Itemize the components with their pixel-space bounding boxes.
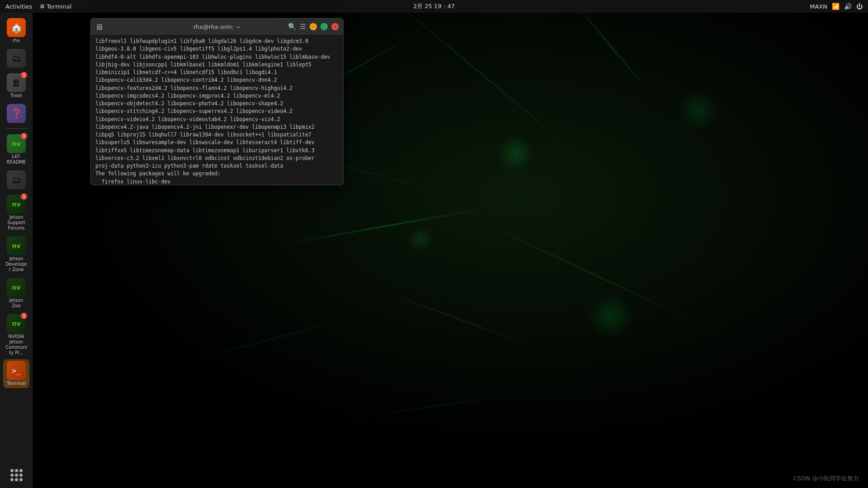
topbar-user: MAXN	[810, 3, 827, 10]
sidebar-label-trash: Trash	[10, 93, 22, 99]
terminal-body[interactable]: libfreexl1 libfwupdplugin1 libfyba0 libg…	[91, 35, 343, 185]
minimize-button[interactable]: ─	[310, 23, 317, 30]
terminal-window: 🖥 rhx@rhx-orin: ~ 🔍 ☰ ─ □ ✕ libfreexl1 l…	[90, 18, 344, 185]
terminal-indicator: 🖥 Terminal	[39, 3, 71, 10]
sidebar-item-help[interactable]: ❓	[3, 102, 29, 125]
search-icon[interactable]: 🔍	[288, 23, 297, 31]
topbar-right: MAXN 📶 🔊 ⏻	[810, 3, 863, 10]
terminal-titlebar-actions: 🔍 ☰ ─ □ ✕	[288, 23, 339, 31]
window-controls: 🖥	[95, 23, 103, 30]
sidebar-item-terminal[interactable]: >_ Terminal	[3, 359, 29, 388]
sidebar-label-community: NVIDIA Jetson Community Pr...	[5, 334, 28, 356]
sidebar-label-terminal: Terminal	[7, 381, 26, 386]
terminal-content: libfreexl1 libfwupdplugin1 libfyba0 libg…	[95, 38, 339, 185]
sidebar-item-jetson-zoo[interactable]: nv Jetson Zoo	[3, 276, 29, 310]
sidebar-item-trash[interactable]: 🗑 1 Trash	[3, 71, 29, 100]
sidebar-label-jetson-dev: Jetson Developer Zone	[5, 256, 28, 272]
sidebar-label-l4t: L4T-README	[5, 154, 28, 165]
sidebar-item-l4t-readme[interactable]: nv 1 L4T-README	[3, 132, 29, 167]
volume-icon[interactable]: 🔊	[844, 3, 852, 10]
watermark: CSDN @小阮同学在努力	[793, 474, 859, 483]
topbar-datetime: 2月 25 19：47	[413, 2, 455, 10]
activities-label[interactable]: Activities	[5, 3, 32, 10]
close-button[interactable]: ✕	[331, 23, 339, 30]
sidebar-item-rhx[interactable]: 🏠 rhx	[3, 16, 29, 45]
terminal-app-icon: 🖥	[95, 23, 103, 30]
sidebar-label-rhx: rhx	[13, 38, 20, 43]
wifi-icon[interactable]: 📶	[832, 3, 840, 10]
terminal-titlebar: 🖥 rhx@rhx-orin: ~ 🔍 ☰ ─ □ ✕	[91, 19, 343, 35]
sidebar-item-files[interactable]: 🗂	[3, 47, 29, 70]
sidebar-item-jetson-support[interactable]: nv 1 Jetson Support Forums	[3, 193, 29, 233]
apps-grid-icon	[10, 469, 23, 481]
community-badge: 1	[21, 313, 27, 319]
sidebar-item-jetson-dev[interactable]: nv Jetson Developer Zone	[3, 235, 29, 274]
jetson-support-badge: 1	[21, 193, 27, 200]
sidebar-label-jetson-support: Jetson Support Forums	[5, 215, 28, 231]
terminal-title: rhx@rhx-orin: ~	[193, 23, 241, 30]
topbar-left: Activities 🖥 Terminal	[5, 3, 71, 10]
apps-grid-button[interactable]	[3, 465, 29, 484]
menu-icon[interactable]: ☰	[300, 23, 306, 31]
sidebar: 🏠 rhx 🗂 🗑 1 Trash ❓ nv 1 L4T-README 🗂	[0, 13, 33, 488]
sidebar-item-jetson-community[interactable]: nv 1 NVIDIA Jetson Community Pr...	[3, 312, 29, 357]
sidebar-label-jetson-zoo: Jetson Zoo	[5, 298, 28, 309]
topbar: Activities 🖥 Terminal 2月 25 19：47 MAXN 📶…	[0, 0, 868, 13]
trash-badge: 1	[21, 72, 27, 78]
l4t-badge: 1	[21, 133, 27, 139]
maximize-button[interactable]: □	[321, 23, 328, 30]
sidebar-item-files2[interactable]: 🗂	[3, 169, 29, 191]
power-icon[interactable]: ⏻	[856, 3, 863, 10]
